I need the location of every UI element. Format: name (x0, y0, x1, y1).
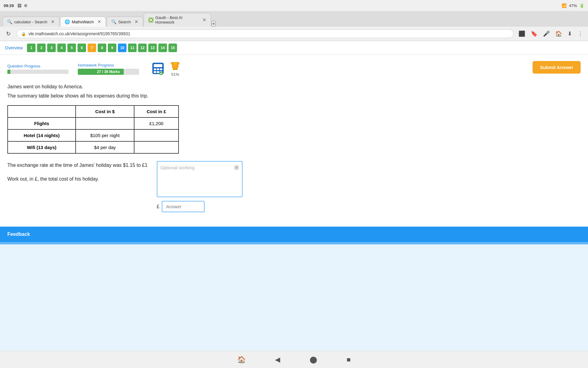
tab-calculator-label: calculator - Search (14, 20, 47, 24)
table-cell-hotel: Hotel (14 nights) (8, 129, 76, 141)
table-row: Flights £1,200 (8, 117, 179, 129)
tab-search[interactable]: 🔍 Search ✕ (107, 17, 143, 27)
tab-search-label: Search (118, 20, 131, 24)
back-nav-button[interactable]: ◀ (273, 353, 283, 366)
table-cell-hotel-dollar: $105 per night (76, 129, 134, 141)
optional-working-plus-icon[interactable]: ⊞ (234, 164, 239, 171)
home-button[interactable]: 🏠 (554, 29, 563, 38)
question-tab-13[interactable]: 13 (148, 44, 157, 52)
question-tab-12[interactable]: 12 (138, 44, 147, 52)
square-nav-button[interactable]: ■ (344, 353, 353, 366)
browser-chrome: 🔍 calculator - Search ✕ 🌐 MathsWatch ✕ 🔍… (0, 11, 588, 41)
svg-rect-1 (154, 64, 162, 67)
submit-answer-button[interactable]: Submit Answer (533, 61, 581, 74)
progress-section: Question Progress Homework Progress 27 /… (7, 61, 581, 77)
table-header-cost-dollar: Cost in $ (76, 105, 134, 117)
tab-mathswatch-close[interactable]: ✕ (97, 19, 101, 25)
question-tab-10[interactable]: 10 (118, 44, 126, 52)
pound-sign: £ (157, 204, 160, 209)
feedback-subbar (0, 242, 588, 244)
svg-rect-5 (154, 71, 156, 73)
question-tab-8[interactable]: 8 (98, 44, 106, 52)
bookmark-button[interactable]: 🔖 (530, 29, 539, 38)
homework-marks-text: 27 / 36 Marks (97, 70, 120, 74)
cast-button[interactable]: ⬛ (517, 29, 526, 38)
table-cell-hotel-pound (134, 129, 179, 141)
question-tab-6[interactable]: 6 (77, 44, 86, 52)
question-tab-4[interactable]: 4 (57, 44, 66, 52)
optional-working-top: Optional working ⊞ (157, 162, 242, 172)
question-tab-1[interactable]: 1 (27, 44, 36, 52)
download-button[interactable]: ⬇ (566, 29, 573, 38)
svg-rect-2 (154, 68, 156, 70)
icons-section: 51% (151, 61, 181, 77)
question-line1: James went on holiday to America. (7, 83, 581, 91)
tab-gauth[interactable]: ❎ Gauth - Best AI Homework ✕ (144, 13, 211, 27)
feedback-bar: Feedback (0, 227, 588, 242)
svg-rect-9 (174, 67, 176, 69)
trophy-svg (170, 61, 181, 72)
table-cell-flights: Flights (8, 117, 76, 129)
question-tab-5[interactable]: 5 (67, 44, 76, 52)
trophy-wrap: 51% (170, 61, 181, 77)
exchange-text-block: The exchange rate at the time of James' … (7, 161, 148, 189)
new-tab-button[interactable]: + (212, 21, 215, 27)
question-tabs: 123456789101112131415 (27, 44, 177, 52)
answer-input[interactable] (162, 201, 205, 212)
calculator-svg (151, 62, 165, 75)
question-tab-7[interactable]: 7 (88, 44, 96, 52)
home-nav-button[interactable]: 🏠 (235, 353, 248, 366)
svg-rect-4 (160, 68, 162, 70)
question-panel: Question Progress Homework Progress 27 /… (0, 55, 588, 227)
mic-button[interactable]: 🎤 (542, 29, 551, 38)
question-tab-14[interactable]: 14 (158, 44, 167, 52)
question-nav: Overview 123456789101112131415 (0, 41, 588, 55)
homework-progress-bar-bg: 27 / 36 Marks (78, 69, 139, 75)
tab-gauth-icon: ❎ (148, 17, 153, 22)
reload-button[interactable]: ↻ (4, 29, 13, 38)
question-progress-bar-bg (7, 70, 69, 74)
tab-bar: 🔍 calculator - Search ✕ 🌐 MathsWatch ✕ 🔍… (0, 11, 588, 27)
expense-table: Cost in $ Cost in £ Flights £1,200 Hotel… (7, 105, 179, 154)
optional-working-box[interactable]: Optional working ⊞ (157, 161, 243, 197)
tab-calculator-close[interactable]: ✕ (51, 19, 55, 25)
tab-mathswatch-label: MathsWatch (72, 20, 94, 24)
question-tab-3[interactable]: 3 (47, 44, 56, 52)
tab-gauth-close[interactable]: ✕ (202, 17, 206, 23)
tab-mathswatch[interactable]: 🌐 MathsWatch ✕ (60, 17, 106, 27)
browser-actions: ⬛ 🔖 🎤 🏠 ⬇ ⋮ (517, 29, 584, 38)
feedback-label: Feedback (7, 232, 30, 237)
optional-working-placeholder: Optional working (160, 165, 195, 170)
table-cell-wifi-dollar: $4 per day (76, 141, 134, 153)
table-header-item (8, 105, 76, 117)
battery-text: 47% (569, 3, 577, 8)
tab-globe-icon: 🌐 (65, 19, 70, 24)
calculator-icon[interactable] (151, 62, 165, 76)
circle-nav-button[interactable]: ⬤ (307, 353, 320, 366)
svg-rect-3 (157, 68, 159, 70)
table-cell-flights-pound: £1,200 (134, 117, 179, 129)
table-cell-flights-dollar (76, 117, 134, 129)
bottom-section: The exchange rate at the time of James' … (7, 161, 581, 212)
homework-progress-block: Homework Progress 27 / 36 Marks (78, 63, 139, 75)
address-bar[interactable]: 🔒 vle.mathswatch.co.uk/vle/assignment/91… (17, 29, 514, 38)
menu-button[interactable]: ⋮ (576, 29, 584, 38)
tab-calculator[interactable]: 🔍 calculator - Search ✕ (2, 17, 59, 27)
battery-icon: 🔋 (579, 3, 584, 8)
tab-search-close[interactable]: ✕ (134, 19, 138, 25)
lock-icon: 🔒 (21, 32, 26, 36)
question-progress-block: Question Progress (7, 64, 69, 74)
table-cell-wifi-pound (134, 141, 179, 153)
question-tab-9[interactable]: 9 (108, 44, 116, 52)
question-tab-11[interactable]: 11 (128, 44, 137, 52)
question-tab-2[interactable]: 2 (37, 44, 46, 52)
overview-link[interactable]: Overview (5, 45, 23, 50)
trophy-percent: 51% (171, 72, 179, 77)
answer-input-row: £ (157, 201, 243, 212)
optional-working-body (157, 172, 242, 197)
bottom-nav: 🏠 ◀ ⬤ ■ (0, 351, 588, 368)
status-bar: 09:29 🖼 ⚙ 📶 47% 🔋 (0, 0, 588, 11)
question-tab-15[interactable]: 15 (168, 44, 177, 52)
wifi-icon: 📶 (562, 3, 567, 8)
question-progress-bar-fill (7, 70, 10, 74)
